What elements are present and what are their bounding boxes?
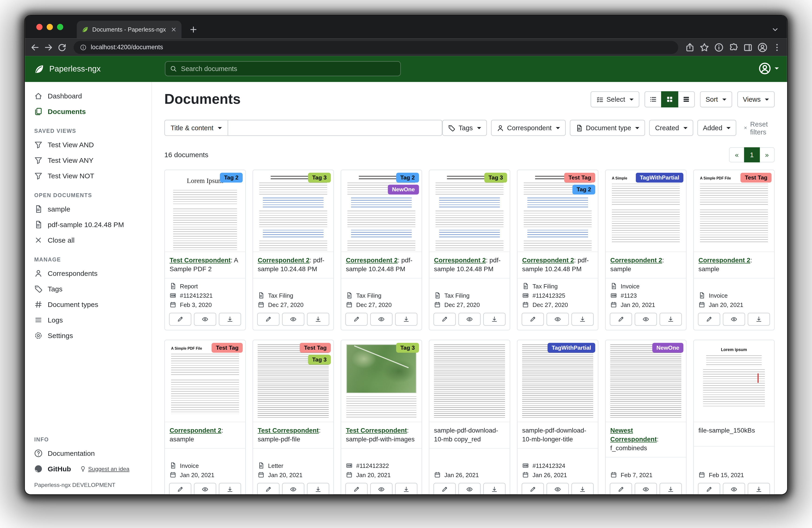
sidebar-item-test-view-not[interactable]: Test View NOT <box>25 168 151 184</box>
edit-button[interactable] <box>698 483 720 494</box>
download-button[interactable] <box>395 313 417 326</box>
document-title[interactable]: Correspondent 2: asample <box>165 422 245 448</box>
sidebar-item-dashboard[interactable]: Dashboard <box>25 88 151 104</box>
document-title[interactable]: sample-pdf-download-10-mb-longer-title <box>518 422 598 448</box>
correspondent-link[interactable]: Correspondent 2 <box>346 257 398 264</box>
correspondent-link[interactable]: Correspondent 2 <box>610 257 662 264</box>
correspondent-link[interactable]: Correspondent 2 <box>258 257 309 264</box>
select-button[interactable]: Select <box>590 91 639 107</box>
tag-badge[interactable]: TagWithPartial <box>548 343 595 353</box>
document-card[interactable]: NewOne Newest Correspondent: f_combineds… <box>605 340 687 494</box>
view-button[interactable] <box>282 313 304 326</box>
view-button[interactable] <box>635 483 657 494</box>
edit-button[interactable] <box>522 483 544 494</box>
document-card[interactable]: Tag 2NewOne Correspondent 2: pdf-sample … <box>341 170 422 330</box>
download-button[interactable] <box>219 313 241 326</box>
correspondent-link[interactable]: Correspondent 2 <box>170 427 221 434</box>
edit-button[interactable] <box>698 313 720 326</box>
tag-badge[interactable]: Test Tag <box>741 173 772 183</box>
view-grid-button[interactable] <box>661 91 678 107</box>
bookmark-star-icon[interactable] <box>699 42 709 52</box>
tag-badge[interactable]: Tag 3 <box>308 355 331 365</box>
download-button[interactable] <box>219 483 241 494</box>
view-button[interactable] <box>723 483 745 494</box>
document-thumbnail[interactable]: A Simple PDF File Test Tag <box>165 340 245 422</box>
view-button[interactable] <box>370 483 393 494</box>
document-title[interactable]: Correspondent 2: pdf-sample 10.24.48 PM <box>518 252 598 279</box>
view-list-button[interactable] <box>644 91 662 107</box>
sidebar-item-documentation[interactable]: Documentation <box>25 445 151 461</box>
view-button[interactable] <box>547 313 569 326</box>
back-button[interactable] <box>30 42 40 52</box>
download-button[interactable] <box>659 483 682 494</box>
sidebar-item-pdf-sample-10-24-48-pm[interactable]: pdf-sample 10.24.48 PM <box>25 217 151 232</box>
edit-button[interactable] <box>169 483 191 494</box>
document-title[interactable]: Test Correspondent: sample-pdf-file <box>253 422 333 448</box>
filter-document-type-button[interactable]: Document type <box>570 120 645 136</box>
tag-badge[interactable]: Tag 2 <box>572 185 595 194</box>
document-thumbnail[interactable]: Tag 3 <box>253 170 333 252</box>
zoom-window-button[interactable] <box>57 24 63 30</box>
sidebar-item-document-types[interactable]: Document types <box>25 297 151 312</box>
suggest-idea-link[interactable]: Suggest an idea <box>80 466 129 472</box>
tag-badge[interactable]: TagWithPartial <box>636 173 683 183</box>
view-button[interactable] <box>723 313 745 326</box>
document-card[interactable]: Lorem ipsum file-sample_150kBs Feb 15, 2… <box>693 340 774 494</box>
document-thumbnail[interactable]: Tag 3 <box>341 340 422 422</box>
document-thumbnail[interactable]: Lorem Ipsum Tag 2 <box>165 170 245 252</box>
view-button[interactable] <box>370 313 393 326</box>
document-card[interactable]: TagWithPartial sample-pdf-download-10-mb… <box>517 340 598 494</box>
document-card[interactable]: Tag 3 Test Correspondent: sample-pdf-wit… <box>341 340 422 494</box>
document-thumbnail[interactable]: Lorem ipsum <box>694 340 774 422</box>
document-thumbnail[interactable]: A Simple PDF File Test Tag <box>694 170 774 252</box>
document-card[interactable]: A Simple PDF File Test Tag Correspondent… <box>693 170 774 330</box>
reload-button[interactable] <box>57 42 67 52</box>
view-button[interactable] <box>459 483 481 494</box>
pagination-prev-button[interactable]: « <box>729 147 745 162</box>
correspondent-link[interactable]: Test Correspondent <box>170 257 231 264</box>
tag-badge[interactable]: NewOne <box>652 343 683 353</box>
extension-info-icon[interactable] <box>714 42 724 52</box>
document-title[interactable]: Newest Correspondent: f_combineds <box>606 422 686 457</box>
correspondent-link[interactable]: Newest Correspondent <box>610 427 657 443</box>
document-title[interactable]: sample-pdf-download-10-mb copy_red <box>430 422 510 448</box>
sidebar-item-tags[interactable]: Tags <box>25 281 151 297</box>
sidebar-item-close-all[interactable]: Close all <box>25 232 151 248</box>
browser-tab[interactable]: Documents - Paperless-ngx <box>77 21 182 38</box>
filter-correspondent-button[interactable]: Correspondent <box>491 120 566 136</box>
pagination-next-button[interactable]: » <box>759 147 774 162</box>
app-brand[interactable]: Paperless-ngx <box>34 63 101 74</box>
document-thumbnail[interactable]: Test TagTag 3 <box>253 340 333 422</box>
document-card[interactable]: sample-pdf-download-10-mb copy_red Jan 2… <box>429 340 510 494</box>
document-thumbnail[interactable] <box>430 340 510 422</box>
tab-search-button[interactable] <box>771 25 780 34</box>
correspondent-link[interactable]: Correspondent 2 <box>522 257 574 264</box>
minimize-window-button[interactable] <box>47 24 53 30</box>
new-tab-button[interactable] <box>189 25 198 34</box>
tag-badge[interactable]: Test Tag <box>300 343 331 353</box>
tag-badge[interactable]: Tag 2 <box>396 173 419 183</box>
document-thumbnail[interactable]: NewOne <box>606 340 686 422</box>
view-button[interactable] <box>547 483 569 494</box>
sidebar-item-logs[interactable]: Logs <box>25 312 151 328</box>
address-bar[interactable]: localhost:4200/documents <box>74 41 678 54</box>
document-card[interactable]: Test TagTag 2 Correspondent 2: pdf-sampl… <box>517 170 598 330</box>
download-button[interactable] <box>571 313 594 326</box>
site-info-icon[interactable] <box>80 44 87 51</box>
sidebar-item-documents[interactable]: Documents <box>25 104 151 119</box>
document-thumbnail[interactable]: Tag 2NewOne <box>341 170 422 252</box>
document-card[interactable]: Lorem Ipsum Tag 2 Test Correspondent: A … <box>164 170 246 330</box>
forward-button[interactable] <box>44 42 53 52</box>
edit-button[interactable] <box>345 313 368 326</box>
tag-badge[interactable]: NewOne <box>388 185 419 194</box>
share-icon[interactable] <box>685 42 695 52</box>
edit-button[interactable] <box>522 313 544 326</box>
download-button[interactable] <box>571 483 594 494</box>
view-details-button[interactable] <box>678 91 695 107</box>
side-panel-icon[interactable] <box>743 42 753 52</box>
document-card[interactable]: Tag 3 Correspondent 2: pdf-sample 10.24.… <box>252 170 334 330</box>
tag-badge[interactable]: Tag 3 <box>308 173 331 183</box>
view-button[interactable] <box>194 483 216 494</box>
pagination-page-1[interactable]: 1 <box>744 147 759 162</box>
download-button[interactable] <box>659 313 682 326</box>
